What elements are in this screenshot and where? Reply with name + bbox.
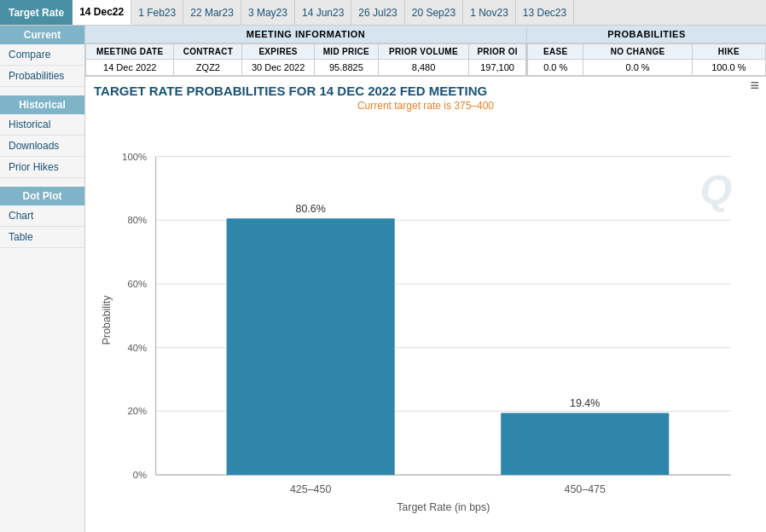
cell-meeting-date: 14 Dec 2022 [86, 60, 174, 76]
tab-14dec22[interactable]: 14 Dec22 [73, 0, 131, 25]
main-layout: Current Compare Probabilities Historical… [0, 26, 766, 532]
svg-text:100%: 100% [122, 152, 147, 162]
cell-mid-price: 95.8825 [314, 60, 378, 76]
svg-text:80.6%: 80.6% [296, 203, 326, 215]
svg-text:0%: 0% [133, 470, 148, 480]
cell-expires: 30 Dec 2022 [242, 60, 315, 76]
bar-425-450 [227, 218, 395, 475]
chart-container: Q Probability 0% 20% 40% 60% 80% [94, 115, 757, 525]
probabilities-table: EASE NO CHANGE HIKE 0.0 % 0.0 % 100.0 % [527, 43, 766, 76]
tab-14jun23[interactable]: 14 Jun23 [295, 0, 351, 25]
col-ease: EASE [528, 44, 583, 60]
probabilities-row: 0.0 % 0.0 % 100.0 % [528, 60, 766, 76]
meeting-info-row: 14 Dec 2022 ZQZ2 30 Dec 2022 95.8825 8,4… [86, 60, 526, 76]
col-contract: CONTRACT [174, 44, 242, 60]
sidebar: Current Compare Probabilities Historical… [0, 26, 85, 532]
sidebar-item-prior-hikes[interactable]: Prior Hikes [0, 157, 84, 178]
cell-no-change: 0.0 % [583, 60, 692, 76]
probabilities-header: PROBABILITIES [527, 26, 766, 43]
cell-hike: 100.0 % [692, 60, 765, 76]
sidebar-section-current[interactable]: Current [0, 26, 84, 44]
col-prior-oi: PRIOR OI [469, 44, 526, 60]
svg-text:60%: 60% [127, 279, 147, 289]
chart-svg: Probability 0% 20% 40% 60% 80% 100% [94, 115, 757, 525]
svg-text:450–475: 450–475 [565, 483, 606, 495]
bar-450-475 [501, 413, 669, 475]
probabilities-section: PROBABILITIES EASE NO CHANGE HIKE 0.0 % … [527, 26, 766, 76]
chart-subtitle: Current target rate is 375–400 [94, 100, 757, 112]
cell-prior-volume: 8,480 [378, 60, 468, 76]
col-no-change: NO CHANGE [583, 44, 692, 60]
svg-text:Target Rate (in bps): Target Rate (in bps) [397, 501, 490, 513]
cell-contract: ZQZ2 [174, 60, 242, 76]
sidebar-section-dotplot[interactable]: Dot Plot [0, 187, 84, 205]
info-tables: MEETING INFORMATION MEETING DATE CONTRAC… [85, 26, 766, 77]
chart-menu-icon[interactable]: ≡ [750, 77, 759, 95]
svg-text:19.4%: 19.4% [570, 397, 600, 409]
content-area: MEETING INFORMATION MEETING DATE CONTRAC… [85, 26, 766, 532]
sidebar-item-table[interactable]: Table [0, 227, 84, 248]
tab-1feb23[interactable]: 1 Feb23 [131, 0, 183, 25]
chart-title: TARGET RATE PROBABILITIES FOR 14 DEC 202… [94, 84, 757, 98]
tab-3may23[interactable]: 3 May23 [241, 0, 295, 25]
svg-text:20%: 20% [127, 406, 147, 416]
sidebar-item-compare[interactable]: Compare [0, 44, 84, 66]
sidebar-item-downloads[interactable]: Downloads [0, 136, 84, 157]
meeting-info-table: MEETING DATE CONTRACT EXPIRES MID PRICE … [85, 43, 526, 76]
svg-text:Probability: Probability [101, 295, 113, 345]
meeting-info-section: MEETING INFORMATION MEETING DATE CONTRAC… [85, 26, 527, 76]
sidebar-section-historical[interactable]: Historical [0, 95, 84, 114]
svg-text:425–450: 425–450 [290, 483, 332, 495]
meeting-info-header: MEETING INFORMATION [85, 26, 526, 43]
tab-22mar23[interactable]: 22 Mar23 [183, 0, 241, 25]
tab-1nov23[interactable]: 1 Nov23 [463, 0, 516, 25]
col-meeting-date: MEETING DATE [86, 44, 174, 60]
chart-area: TARGET RATE PROBABILITIES FOR 14 DEC 202… [85, 77, 766, 532]
cell-prior-oi: 197,100 [469, 60, 526, 76]
col-expires: EXPIRES [242, 44, 315, 60]
tab-20sep23[interactable]: 20 Sep23 [405, 0, 463, 25]
tab-26jul23[interactable]: 26 Jul23 [351, 0, 404, 25]
col-mid-price: MID PRICE [314, 44, 378, 60]
sidebar-item-chart[interactable]: Chart [0, 205, 84, 227]
sidebar-item-historical[interactable]: Historical [0, 114, 84, 136]
col-hike: HIKE [692, 44, 765, 60]
target-rate-button[interactable]: Target Rate [0, 0, 73, 25]
cell-ease: 0.0 % [528, 60, 583, 76]
svg-text:80%: 80% [127, 215, 147, 225]
sidebar-item-probabilities[interactable]: Probabilities [0, 66, 84, 87]
col-prior-volume: PRIOR VOLUME [378, 44, 468, 60]
svg-text:40%: 40% [127, 343, 147, 353]
top-tab-bar: Target Rate 14 Dec22 1 Feb23 22 Mar23 3 … [0, 0, 766, 26]
tab-13dec23[interactable]: 13 Dec23 [516, 0, 574, 25]
